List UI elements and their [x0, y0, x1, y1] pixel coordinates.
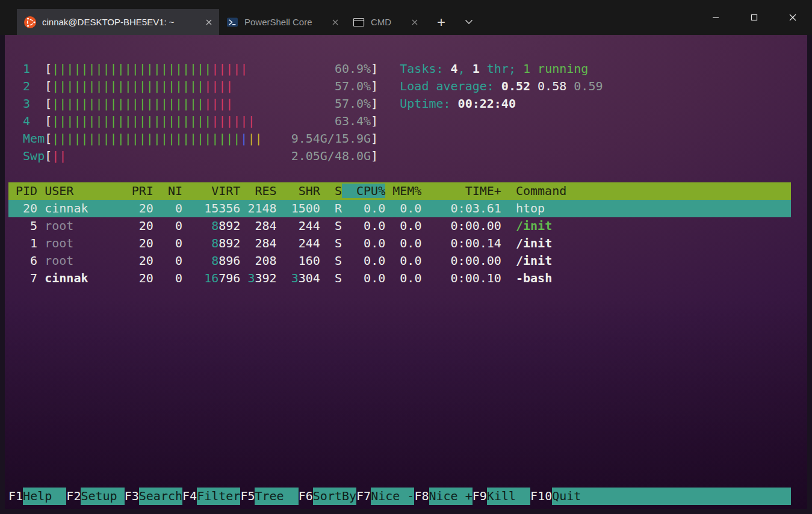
minimize-icon	[712, 14, 719, 21]
meter-mem: Mem[||||||||||||||||||||||||||||| 9.54G/…	[8, 130, 804, 147]
blank-line	[8, 165, 804, 182]
text-segment: 0:00.00	[421, 218, 501, 233]
tab-ubuntu[interactable]: cinnak@DESKTOP-BHE5EV1: ~	[17, 9, 219, 35]
text-segment: 3	[8, 96, 45, 111]
text-segment: root	[45, 218, 117, 233]
process-row[interactable]: 7 cinnak 20 0 16796 3392 3304 S 0.0 0.0 …	[8, 270, 804, 287]
text-segment: F1	[8, 488, 23, 505]
fkey-f3[interactable]: F3Search	[125, 488, 182, 505]
text-segment: ;	[509, 61, 523, 76]
tab-close-icon[interactable]	[332, 19, 338, 25]
text-segment: Quit	[552, 488, 595, 505]
text-segment: 6	[8, 253, 45, 268]
text-segment: thr	[480, 61, 509, 76]
text-segment	[182, 236, 211, 250]
text-segment: Help	[23, 488, 66, 505]
text-segment: 0.0	[342, 201, 385, 215]
text-segment: 3	[291, 271, 299, 285]
text-segment: 796	[218, 271, 240, 285]
text-segment	[378, 61, 400, 76]
process-row[interactable]: 5 root 20 0 8892 284 244 S 0.0 0.0 0:00.…	[8, 217, 804, 235]
text-segment: Swp	[8, 149, 45, 163]
text-segment: Kill	[487, 488, 530, 505]
fkey-f2[interactable]: F2Setup	[66, 488, 124, 505]
text-segment: 57.0%	[335, 96, 371, 111]
maximize-button[interactable]	[735, 0, 773, 35]
text-segment: ]	[371, 114, 378, 128]
text-segment: Nice -	[371, 488, 414, 505]
text-segment	[378, 96, 400, 111]
text-segment: 20	[117, 201, 153, 215]
text-segment: 60.9%	[335, 61, 371, 76]
plus-icon: +	[437, 15, 445, 29]
text-segment: running	[530, 61, 588, 76]
text-segment: Command	[501, 184, 566, 198]
close-button[interactable]	[773, 0, 812, 35]
fkey-f1[interactable]: F1Help	[8, 488, 66, 505]
fkey-f10[interactable]: F10Quit	[530, 488, 595, 505]
tab-close-icon[interactable]	[206, 19, 212, 25]
terminal-screen[interactable]: 1 [||||||||||||||||||||||||||| 60.9%] Ta…	[8, 60, 804, 509]
text-segment: S	[320, 218, 342, 233]
text-segment	[240, 271, 247, 285]
text-segment: F10	[530, 488, 552, 505]
text-segment: 1	[8, 236, 45, 250]
text-segment: F8	[414, 488, 429, 505]
titlebar[interactable]: cinnak@DESKTOP-BHE5EV1: ~ PowerShell Cor…	[0, 0, 812, 35]
terminal-area: 1 [||||||||||||||||||||||||||| 60.9%] Ta…	[5, 35, 807, 509]
tab-dropdown-button[interactable]	[457, 9, 480, 35]
fkey-f8[interactable]: F8Nice +	[414, 488, 472, 505]
text-segment: cinnak	[45, 201, 117, 215]
fbar-filler	[595, 488, 791, 505]
tab-close-icon[interactable]	[412, 19, 418, 25]
text-segment: SHR	[277, 184, 320, 198]
process-row[interactable]: 1 root 20 0 8892 284 244 S 0.0 0.0 0:00.…	[8, 235, 804, 252]
meter-swp: Swp[|| 2.05G/48.0G]	[8, 147, 804, 165]
text-segment: S	[320, 184, 342, 198]
close-icon	[789, 14, 796, 21]
fkey-f7[interactable]: F7Nice -	[356, 488, 414, 505]
text-segment: USER	[45, 184, 117, 198]
process-row[interactable]: 20 cinnak 20 0 15356 2148 1500 R 0.0 0.0…	[8, 200, 791, 217]
text-segment: 892	[218, 218, 240, 233]
text-segment: Filter	[197, 488, 240, 505]
text-segment: 15356	[182, 201, 240, 215]
text-segment: 0.0	[385, 253, 421, 268]
text-segment: ]	[371, 149, 378, 163]
fkey-f6[interactable]: F6SortBy	[299, 488, 356, 505]
text-segment: ]	[371, 79, 378, 93]
new-tab-button[interactable]: +	[430, 9, 453, 35]
tab-powershell[interactable]: PowerShell Core	[219, 9, 346, 35]
text-segment: [	[45, 61, 52, 76]
text-segment: Nice +	[429, 488, 473, 505]
fkey-f4[interactable]: F4Filter	[182, 488, 240, 505]
tab-cmd[interactable]: CMD	[346, 9, 425, 35]
text-segment: ||	[52, 149, 66, 163]
text-segment: 2.05G/48.0G	[291, 149, 371, 163]
text-segment: -bash	[501, 271, 552, 285]
minimize-button[interactable]	[696, 0, 735, 35]
text-segment: 1500	[277, 201, 320, 215]
meter-2: 2 [||||||||||||||||||||||||| 57.0%] Load…	[8, 78, 804, 95]
text-segment: 0.58	[538, 79, 574, 93]
text-segment: ||||	[204, 96, 233, 111]
text-segment: /init	[501, 253, 552, 268]
text-segment	[378, 79, 400, 93]
text-segment: 304	[299, 271, 320, 285]
process-row[interactable]: 6 root 20 0 8896 208 160 S 0.0 0.0 0:00.…	[8, 252, 804, 270]
text-segment: R	[320, 201, 342, 215]
text-segment: 244	[277, 236, 320, 250]
fkey-f9[interactable]: F9Kill	[473, 488, 530, 505]
text-segment: 208	[240, 253, 276, 268]
text-segment: TIME+	[421, 184, 501, 198]
text-segment	[277, 271, 291, 285]
process-table-header[interactable]: PID USER PRI NI VIRT RES SHR S CPU% MEM%…	[8, 182, 791, 200]
text-segment: NI	[153, 184, 182, 198]
text-segment: Load average:	[400, 79, 501, 93]
text-segment: |||||||||||||||||||||	[52, 79, 204, 93]
text-segment	[233, 79, 335, 93]
fkey-f5[interactable]: F5Tree	[240, 488, 298, 505]
window-controls	[696, 0, 812, 35]
text-segment: Tree	[255, 488, 298, 505]
chevron-down-icon	[465, 19, 473, 25]
